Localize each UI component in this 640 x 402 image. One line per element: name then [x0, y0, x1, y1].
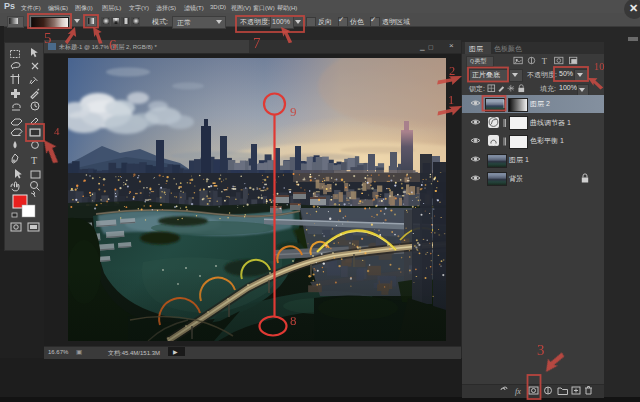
svg-text:3: 3 [537, 342, 545, 358]
svg-text:1: 1 [448, 93, 454, 107]
svg-text:4: 4 [54, 125, 60, 137]
svg-text:9: 9 [290, 104, 297, 119]
svg-text:6: 6 [109, 37, 117, 53]
svg-text:7: 7 [253, 35, 261, 51]
svg-text:2: 2 [449, 64, 455, 78]
svg-text:10: 10 [594, 61, 605, 72]
svg-text:5: 5 [44, 30, 52, 46]
svg-text:8: 8 [290, 313, 297, 328]
